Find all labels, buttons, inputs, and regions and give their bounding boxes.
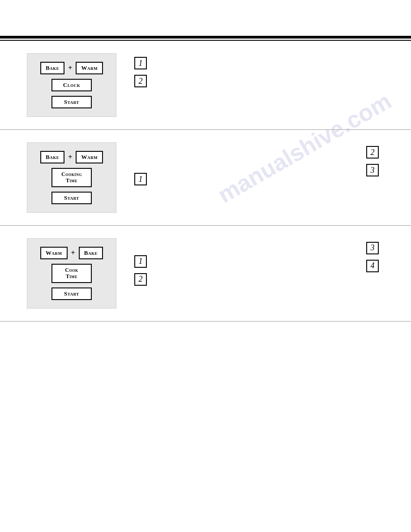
section-3: Warm + Bake Cook Time Start 1 2 xyxy=(0,226,411,322)
step-number-1-1: 1 xyxy=(134,57,147,69)
step-number-1-2: 2 xyxy=(134,75,147,87)
button-row-bake-warm-1: Bake + Warm xyxy=(40,62,103,74)
cooking-time-button-2[interactable]: Cooking Time xyxy=(51,168,92,187)
bake-button-2[interactable]: Bake xyxy=(40,151,64,163)
button-row-warm-bake-3: Warm + Bake xyxy=(40,247,103,259)
step-2-3: 3 xyxy=(366,164,384,176)
step-3-4: 4 xyxy=(366,260,384,272)
steps-content-2: 1 2 3 xyxy=(134,142,384,185)
step-2-1: 1 xyxy=(134,173,152,185)
steps-right-3: 3 4 xyxy=(366,242,384,286)
step-number-2-1: 1 xyxy=(134,173,147,185)
button-panel-1: Bake + Warm Clock Start xyxy=(27,53,116,117)
bake-button-3[interactable]: Bake xyxy=(79,247,103,259)
steps-content-3: 1 2 3 4 xyxy=(134,238,384,286)
plus-sign-1: + xyxy=(68,64,72,72)
start-button-2[interactable]: Start xyxy=(51,192,92,204)
plus-sign-3: + xyxy=(71,249,75,257)
start-button-3[interactable]: Start xyxy=(51,287,92,300)
button-panel-2: Bake + Warm Cooking Time Start xyxy=(27,142,116,213)
steps-left-3: 1 2 xyxy=(134,255,152,286)
top-border-thick xyxy=(0,36,411,39)
start-button-1[interactable]: Start xyxy=(51,96,92,108)
button-panel-3: Warm + Bake Cook Time Start xyxy=(27,238,116,309)
step-1-1: 1 xyxy=(134,57,384,69)
plus-sign-2: + xyxy=(68,153,72,161)
warm-button-3[interactable]: Warm xyxy=(40,247,68,259)
bake-button-1[interactable]: Bake xyxy=(40,62,64,74)
button-row-bake-warm-2: Bake + Warm xyxy=(40,151,103,163)
step-3-1: 1 xyxy=(134,255,152,268)
warm-button-2[interactable]: Warm xyxy=(76,151,103,163)
step-number-3-4: 4 xyxy=(366,260,379,272)
step-number-2-2: 2 xyxy=(366,146,379,159)
section-1: Bake + Warm Clock Start 1 2 xyxy=(0,41,411,130)
step-number-3-1: 1 xyxy=(134,255,147,268)
clock-button-1[interactable]: Clock xyxy=(51,79,92,91)
step-number-3-3: 3 xyxy=(366,242,379,254)
step-1-2: 2 xyxy=(134,75,384,87)
step-2-2: 2 xyxy=(366,146,384,159)
step-number-2-3: 3 xyxy=(366,164,379,176)
step-3-2: 2 xyxy=(134,273,152,286)
steps-left-2: 1 xyxy=(134,173,152,185)
steps-right-2: 2 3 xyxy=(366,146,384,176)
section-2: Bake + Warm Cooking Time Start 1 2 xyxy=(0,130,411,226)
cook-time-button-3[interactable]: Cook Time xyxy=(51,264,92,283)
step-number-3-2: 2 xyxy=(134,273,147,286)
step-3-3: 3 xyxy=(366,242,384,254)
steps-content-1: 1 2 xyxy=(134,53,384,87)
warm-button-1[interactable]: Warm xyxy=(76,62,103,74)
